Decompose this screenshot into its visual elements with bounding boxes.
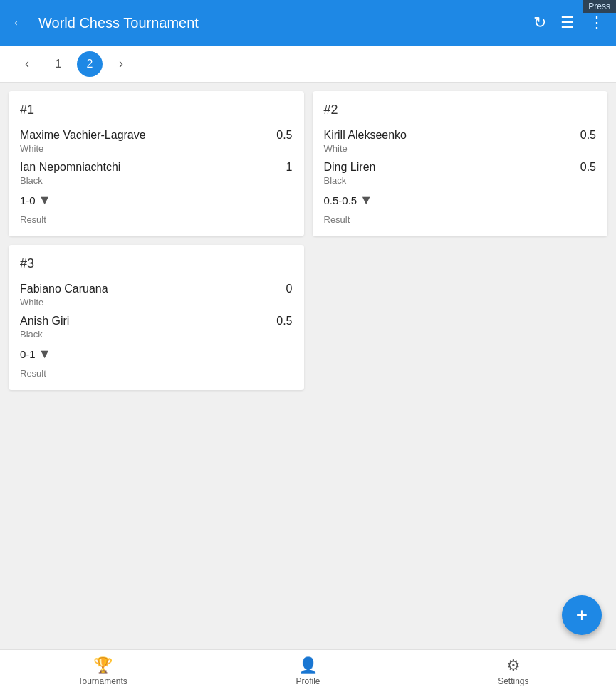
- match-3-white-color: White: [20, 297, 293, 308]
- match-1-white-color: White: [20, 143, 293, 154]
- page-1-button[interactable]: 1: [46, 51, 71, 77]
- match-3-result-value: 0-1: [20, 348, 36, 360]
- settings-icon: ⚙: [506, 656, 521, 675]
- match-3-black-score: 0.5: [276, 315, 292, 327]
- match-2-black-score: 0.5: [580, 161, 596, 174]
- match-2-white-name: Kirill Alekseenko: [324, 129, 407, 142]
- match-1-divider: [20, 211, 293, 211]
- match-2-white-score: 0.5: [580, 129, 596, 142]
- match-2-result-dropdown[interactable]: ▼: [360, 193, 372, 208]
- match-2-result-value: 0.5-0.5: [324, 194, 357, 206]
- match-3-result-row[interactable]: 0-1 ▼: [20, 347, 293, 362]
- match-1-result-dropdown[interactable]: ▼: [38, 193, 51, 208]
- page-2-button[interactable]: 2: [77, 51, 103, 77]
- profile-icon: 👤: [298, 656, 318, 675]
- tournaments-icon: 🏆: [93, 656, 113, 675]
- next-page-button[interactable]: ›: [108, 51, 134, 77]
- match-1-white-row: Maxime Vachier-Lagrave 0.5: [20, 129, 293, 142]
- match-card-3: #3 Fabiano Caruana 0 White Anish Giri 0.…: [9, 245, 304, 390]
- press-indicator: Press: [583, 0, 616, 13]
- match-3-black-name: Anish Giri: [20, 315, 69, 327]
- match-1-black-color: Black: [20, 175, 293, 186]
- list-icon[interactable]: ☰: [560, 14, 575, 32]
- nav-settings[interactable]: ⚙ Settings: [411, 656, 616, 686]
- match-1-result-label: Result: [20, 214, 293, 225]
- more-icon[interactable]: ⋮: [589, 14, 605, 32]
- match-3-white-row: Fabiano Caruana 0: [20, 283, 293, 295]
- match-2-black-name: Ding Liren: [324, 161, 376, 174]
- profile-label: Profile: [296, 676, 320, 686]
- match-2-white-row: Kirill Alekseenko 0.5: [324, 129, 597, 142]
- match-1-white-score: 0.5: [276, 129, 292, 142]
- match-3-black-color: Black: [20, 329, 293, 340]
- top-bar-actions: ↻ ☰ ⋮: [533, 14, 605, 32]
- match-3-number: #3: [20, 256, 293, 271]
- match-1-result-value: 1-0: [20, 194, 36, 206]
- top-bar: Press ← World Chess Tournament ↻ ☰ ⋮: [0, 0, 616, 46]
- match-3-white-name: Fabiano Caruana: [20, 283, 108, 295]
- nav-tournaments[interactable]: 🏆 Tournaments: [0, 656, 205, 686]
- match-3-result-label: Result: [20, 368, 293, 379]
- match-3-black-row: Anish Giri 0.5: [20, 315, 293, 327]
- add-button[interactable]: +: [562, 595, 602, 635]
- match-2-number: #2: [324, 103, 597, 117]
- nav-profile[interactable]: 👤 Profile: [205, 656, 410, 686]
- match-1-black-score: 1: [286, 161, 293, 174]
- refresh-icon[interactable]: ↻: [533, 14, 546, 32]
- match-3-divider: [20, 365, 293, 365]
- match-1-black-row: Ian Nepomniachtchi 1: [20, 161, 293, 174]
- match-1-result-row[interactable]: 1-0 ▼: [20, 193, 293, 208]
- prev-page-button[interactable]: ‹: [14, 51, 40, 77]
- match-2-divider: [324, 211, 597, 211]
- tournaments-label: Tournaments: [78, 676, 127, 686]
- match-2-result-row[interactable]: 0.5-0.5 ▼: [324, 193, 597, 208]
- match-1-white-name: Maxime Vachier-Lagrave: [20, 129, 146, 142]
- match-2-black-color: Black: [324, 175, 597, 186]
- match-2-white-color: White: [324, 143, 597, 154]
- match-3-result-dropdown[interactable]: ▼: [38, 347, 51, 362]
- match-card-1: #1 Maxime Vachier-Lagrave 0.5 White Ian …: [9, 91, 304, 236]
- match-1-black-name: Ian Nepomniachtchi: [20, 161, 120, 174]
- match-1-number: #1: [20, 103, 293, 117]
- settings-label: Settings: [498, 676, 528, 686]
- match-2-result-label: Result: [324, 214, 597, 225]
- match-card-2: #2 Kirill Alekseenko 0.5 White Ding Lire…: [313, 91, 608, 236]
- match-2-black-row: Ding Liren 0.5: [324, 161, 597, 174]
- pagination: ‹ 1 2 ›: [0, 46, 616, 83]
- match-3-white-score: 0: [286, 283, 293, 295]
- back-button[interactable]: ←: [11, 14, 27, 32]
- matches-grid: #1 Maxime Vachier-Lagrave 0.5 White Ian …: [0, 83, 616, 649]
- page-title: World Chess Tournament: [38, 15, 533, 31]
- bottom-nav: 🏆 Tournaments 👤 Profile ⚙ Settings: [0, 649, 616, 692]
